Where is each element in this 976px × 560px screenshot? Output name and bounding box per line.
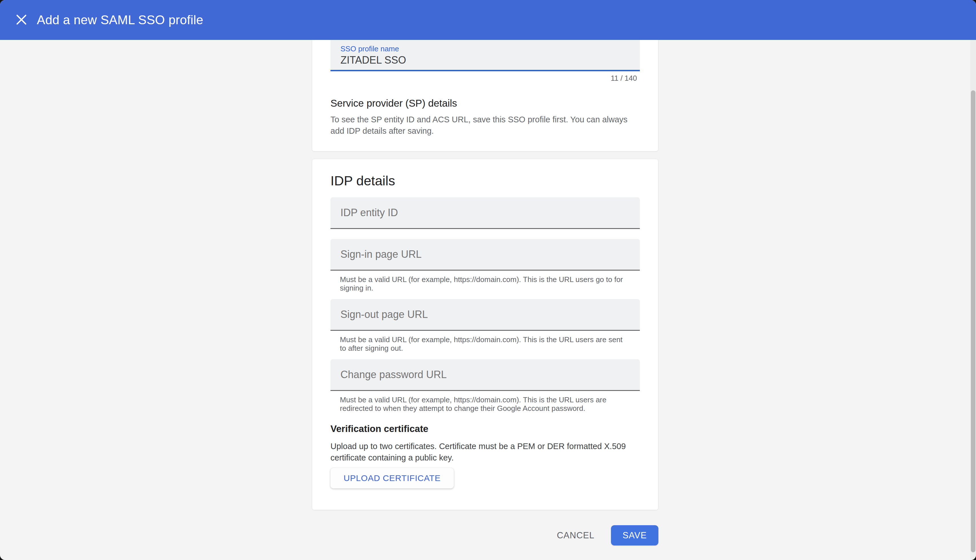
sp-details-heading: Service provider (SP) details bbox=[331, 97, 640, 110]
sso-profile-name-label: SSO profile name bbox=[341, 44, 640, 53]
sign-in-url-helper: Must be a valid URL (for example, https:… bbox=[331, 275, 629, 292]
change-password-url-input[interactable] bbox=[341, 369, 630, 381]
sign-out-url-helper: Must be a valid URL (for example, https:… bbox=[331, 335, 629, 352]
idp-details-heading: IDP details bbox=[331, 159, 640, 189]
verification-certificate-heading: Verification certificate bbox=[331, 423, 640, 435]
sso-profile-name-input[interactable] bbox=[341, 53, 626, 67]
sign-out-url-input[interactable] bbox=[341, 308, 630, 320]
sp-details-description: To see the SP entity ID and ACS URL, sav… bbox=[331, 114, 640, 137]
change-password-url-row: Must be a valid URL (for example, https:… bbox=[331, 359, 640, 413]
idp-entity-id-row bbox=[331, 197, 640, 229]
dialog-actions: CANCEL SAVE bbox=[312, 525, 658, 545]
dialog-header: Add a new SAML SSO profile bbox=[0, 0, 976, 40]
scrollbar-track[interactable] bbox=[970, 40, 976, 560]
close-icon bbox=[16, 14, 27, 26]
sign-in-url-row: Must be a valid URL (for example, https:… bbox=[331, 239, 640, 292]
scrollbar-thumb[interactable] bbox=[971, 90, 976, 552]
sign-out-url-field[interactable] bbox=[331, 299, 640, 331]
change-password-url-helper: Must be a valid URL (for example, https:… bbox=[331, 395, 629, 413]
sso-profile-name-field[interactable]: SSO profile name bbox=[331, 40, 640, 71]
upload-certificate-button[interactable]: UPLOAD CERTIFICATE bbox=[331, 468, 454, 488]
save-button[interactable]: SAVE bbox=[611, 525, 658, 545]
idp-entity-id-field[interactable] bbox=[331, 197, 640, 229]
sign-in-url-field[interactable] bbox=[331, 239, 640, 271]
dialog-body: SSO profile name 11 / 140 Service provid… bbox=[0, 40, 970, 560]
profile-card: SSO profile name 11 / 140 Service provid… bbox=[312, 40, 658, 152]
char-counter: 11 / 140 bbox=[331, 74, 637, 82]
dialog-title: Add a new SAML SSO profile bbox=[37, 13, 203, 27]
saml-sso-dialog: Add a new SAML SSO profile SSO profile n… bbox=[0, 0, 976, 560]
sign-in-url-input[interactable] bbox=[341, 248, 630, 260]
close-button[interactable] bbox=[13, 12, 30, 28]
sign-out-url-row: Must be a valid URL (for example, https:… bbox=[331, 299, 640, 352]
idp-entity-id-input[interactable] bbox=[341, 207, 630, 219]
screen: Add a new SAML SSO profile SSO profile n… bbox=[0, 0, 976, 560]
change-password-url-field[interactable] bbox=[331, 359, 640, 391]
verification-certificate-description: Upload up to two certificates. Certifica… bbox=[331, 440, 640, 463]
cancel-button[interactable]: CANCEL bbox=[551, 525, 600, 545]
idp-card: IDP details Must be a valid URL (for exa… bbox=[312, 159, 658, 510]
